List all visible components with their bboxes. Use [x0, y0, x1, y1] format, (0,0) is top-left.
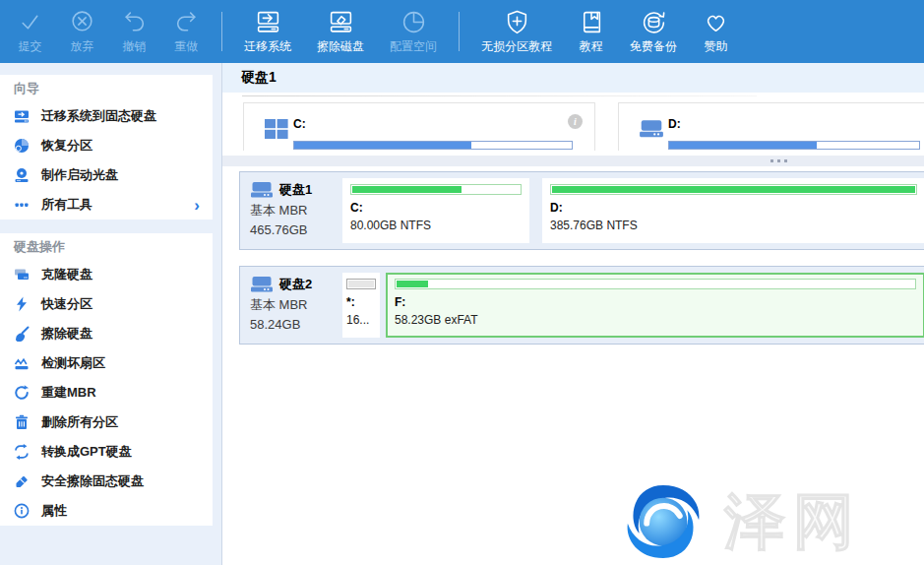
partition-tutorial-button[interactable]: 无损分区教程	[468, 0, 565, 63]
discard-button[interactable]: 放弃	[56, 0, 108, 63]
partition-label: F:	[395, 295, 916, 309]
scrollbar-grip[interactable]	[770, 159, 787, 162]
migrate-os-icon	[255, 9, 281, 35]
toolbar-separator	[459, 12, 460, 51]
partition-f-selected[interactable]: F: 58.23GB exFAT	[386, 273, 924, 338]
disk-name: 硬盘1	[279, 181, 312, 199]
drive-icon	[639, 118, 664, 144]
sidebar: 向导 迁移系统到固态硬盘 恢复分区 制作启动光盘	[0, 63, 222, 565]
recover-partition-icon	[14, 138, 31, 155]
trash-icon	[14, 414, 31, 431]
redo-icon	[173, 9, 200, 35]
redo-button[interactable]: 重做	[160, 0, 213, 63]
overview-card-d[interactable]: D:	[618, 102, 924, 151]
free-backup-button[interactable]: 免费备份	[617, 0, 690, 63]
sidebar-item-all-tools[interactable]: 所有工具 ›	[0, 190, 213, 220]
disk-type: 基本 MBR	[250, 202, 342, 220]
sidebar-section-wizard: 向导	[0, 75, 213, 101]
disk-row-2: 硬盘2 基本 MBR 58.24GB *: 16... F: 58.23GB e…	[239, 266, 924, 345]
undo-button[interactable]: 撤销	[108, 0, 160, 63]
partition-unnamed[interactable]: *: 16...	[342, 273, 380, 338]
sidebar-item-migrate-os-to-ssd[interactable]: 迁移系统到固态硬盘	[0, 101, 213, 131]
partition-label: *:	[346, 295, 376, 309]
sidebar-item-wipe-hard-drive[interactable]: 擦除硬盘	[0, 319, 213, 348]
book-icon	[578, 9, 604, 35]
drive-icon	[250, 276, 274, 293]
partition-d[interactable]: D: 385.76GB NTFS	[542, 178, 924, 243]
partition-label: D:	[550, 201, 917, 215]
usage-bar	[550, 184, 917, 195]
sidebar-item-make-bootable-media[interactable]: 制作启动光盘	[0, 160, 213, 190]
overview-scrollbar-track	[222, 156, 924, 166]
toolbar: 提交 放弃 撤销 重做 迁移系统 擦除磁盘 配置空间 无损	[0, 0, 924, 63]
watermark-text: 泽网	[724, 480, 862, 563]
tab-disk1[interactable]: 硬盘1	[241, 69, 277, 87]
secure-erase-icon	[14, 473, 31, 490]
sidebar-item-clone-disk[interactable]: 克隆硬盘	[0, 260, 213, 289]
tutorial-button[interactable]: 教程	[565, 0, 617, 63]
partition-detail: 16...	[346, 313, 376, 327]
chevron-right-icon: ›	[194, 197, 200, 214]
sponsor-button[interactable]: 赞助	[690, 0, 742, 63]
disk-type: 基本 MBR	[250, 296, 342, 314]
sidebar-item-properties[interactable]: 属性	[0, 496, 213, 526]
shield-plus-icon	[504, 9, 530, 35]
usage-bar	[395, 279, 916, 289]
migrate-os-button[interactable]: 迁移系统	[231, 0, 304, 63]
partition-detail: 58.23GB exFAT	[395, 313, 916, 327]
usage-bar	[346, 279, 376, 289]
sidebar-item-secure-erase-ssd[interactable]: 安全擦除固态硬盘	[0, 467, 213, 496]
drive-icon	[250, 181, 274, 199]
windows-logo-icon	[264, 118, 289, 144]
drive-overview-strip: C: i D:	[222, 102, 924, 151]
wipe-disk-icon	[328, 9, 354, 35]
watermark: 泽网	[614, 480, 862, 563]
clone-disk-icon	[14, 267, 31, 283]
disk2-info[interactable]: 硬盘2 基本 MBR 58.24GB	[246, 273, 342, 338]
drive-letter: C:	[293, 117, 306, 131]
partition-assistant-window: 提交 放弃 撤销 重做 迁移系统 擦除磁盘 配置空间 无损	[0, 0, 924, 565]
sidebar-item-quick-partition[interactable]: 快速分区	[0, 289, 213, 319]
partition-label: C:	[350, 201, 522, 215]
disk-size: 58.24GB	[250, 317, 342, 332]
sidebar-item-convert-to-gpt[interactable]: 转换成GPT硬盘	[0, 437, 213, 467]
allocate-space-button[interactable]: 配置空间	[377, 0, 450, 63]
disk-row-1: 硬盘1 基本 MBR 465.76GB C: 80.00GB NTFS D: 3…	[239, 171, 924, 250]
undo-icon	[121, 9, 148, 35]
sidebar-item-recover-partition[interactable]: 恢复分区	[0, 131, 213, 160]
partition-c[interactable]: C: 80.00GB NTFS	[342, 178, 529, 243]
quick-partition-icon	[14, 296, 31, 313]
disk-name: 硬盘2	[279, 276, 312, 293]
surface-test-icon	[14, 355, 31, 372]
heart-icon	[703, 9, 729, 35]
partition-detail: 80.00GB NTFS	[350, 219, 522, 232]
usage-bar	[293, 141, 573, 150]
sidebar-section-disk-operations: 硬盘操作	[0, 233, 213, 260]
disk-tabbar: 硬盘1	[222, 63, 924, 93]
toolbar-separator	[221, 12, 222, 51]
info-icon[interactable]: i	[568, 114, 583, 129]
apply-button[interactable]: 提交	[4, 0, 56, 63]
drive-letter: D:	[668, 117, 681, 131]
zewang-logo-icon	[614, 480, 712, 563]
bootable-media-icon	[14, 167, 31, 184]
main-panel: 硬盘1 C: i D:	[222, 63, 924, 565]
sidebar-item-check-bad-sectors[interactable]: 检测坏扇区	[0, 348, 213, 378]
convert-gpt-icon	[14, 444, 31, 461]
usage-bar	[350, 184, 522, 195]
divider	[242, 95, 757, 96]
allocate-space-icon	[400, 9, 427, 35]
rebuild-mbr-icon	[14, 385, 31, 402]
cancel-icon	[69, 9, 95, 35]
migrate-ssd-icon	[14, 108, 31, 125]
disk1-info[interactable]: 硬盘1 基本 MBR 465.76GB	[246, 178, 342, 243]
sidebar-item-rebuild-mbr[interactable]: 重建MBR	[0, 378, 213, 408]
all-tools-icon	[14, 197, 31, 214]
sidebar-item-delete-all-partitions[interactable]: 删除所有分区	[0, 408, 213, 437]
disk-size: 465.76GB	[250, 222, 342, 237]
overview-card-c[interactable]: C: i	[243, 102, 595, 151]
partition-detail: 385.76GB NTFS	[550, 219, 917, 232]
usage-bar	[668, 141, 920, 150]
info-icon	[14, 503, 31, 520]
wipe-disk-button[interactable]: 擦除磁盘	[304, 0, 377, 63]
